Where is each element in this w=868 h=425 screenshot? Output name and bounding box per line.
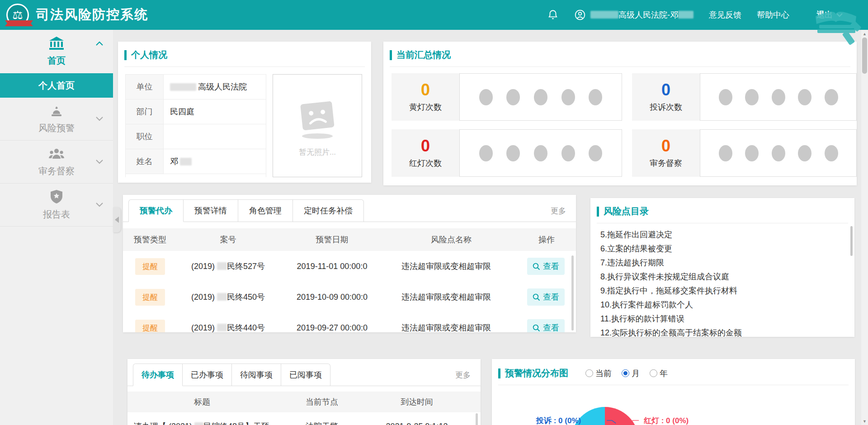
column-header: 到达时间 <box>367 397 467 407</box>
stat-yellow-light: 0 黄灯次数 <box>392 73 622 121</box>
page-scrollbar[interactable]: ▲ ▼ <box>861 30 868 425</box>
sidebar-item-label: 审务督察 <box>38 165 75 177</box>
profile-table: 单位 高级人民法院 部门 民四庭 职位 姓名 邓 <box>125 74 266 177</box>
photo-placeholder: 暂无照片... <box>273 74 362 177</box>
table-row: 请办理【 (2021) 民辖终48号】干预 法院干警 2021-9-25 9:1… <box>127 412 481 425</box>
tab-role-management[interactable]: 角色管理 <box>238 199 293 222</box>
user-icon <box>574 9 586 21</box>
shield-star-icon <box>50 189 63 204</box>
table-row: 提醒 (2019) 民终440号 2019-09-27 00:00:0 违法超审… <box>123 312 576 332</box>
sidebar-item-trial-supervision[interactable]: 审务督察 <box>0 141 113 184</box>
tab-todo[interactable]: 待办事项 <box>133 364 183 386</box>
home-bank-icon <box>49 37 64 50</box>
redacted-text <box>170 83 196 91</box>
help-center-link[interactable]: 帮助中心 <box>757 9 789 20</box>
table-scrollbar[interactable] <box>571 255 574 331</box>
sidebar-item-personal-home[interactable]: 个人首页 <box>0 73 113 98</box>
risk-name: 违法超审限或变相超审限 <box>385 292 517 302</box>
field-label: 职位 <box>126 124 164 149</box>
field-label: 姓名 <box>126 149 164 174</box>
radio-current[interactable]: 当前 <box>585 368 612 379</box>
tab-scheduled-task[interactable]: 定时任务补偿 <box>293 199 364 222</box>
feedback-link[interactable]: 意见反馈 <box>709 9 741 20</box>
risk-catalog-list: 5.拖延作出回避决定 6.立案的结果被变更 7.违法超执行期限 8.执行异议案件… <box>590 223 854 337</box>
scrollbar-thumb[interactable] <box>862 38 867 74</box>
list-item[interactable]: 9.指定执行中，拖延移交案件执行材料 <box>600 284 845 298</box>
indicator-dots <box>700 129 857 177</box>
search-icon <box>533 293 540 301</box>
todo-more-link[interactable]: 更多 <box>455 370 471 380</box>
stat-label: 红灯次数 <box>409 158 442 169</box>
main-content: 个人情况 单位 高级人民法院 部门 民四庭 职位 姓名 邓 <box>113 30 868 425</box>
sidebar: 首页 个人首页 风险预警 审务督察 报告表 <box>0 30 113 425</box>
list-item[interactable]: 10.执行案件超标罚款个人 <box>600 298 845 312</box>
alert-type-badge: 提醒 <box>135 289 165 306</box>
people-group-icon <box>48 147 65 161</box>
pie-leader-line <box>606 419 618 424</box>
search-icon <box>533 324 540 332</box>
chevron-down-icon <box>96 117 103 121</box>
tab-to-read[interactable]: 待阅事项 <box>232 364 281 386</box>
sidebar-collapse-handle[interactable] <box>113 207 121 232</box>
tab-alert-detail[interactable]: 预警详情 <box>184 199 238 222</box>
list-item[interactable]: 12.实际执行标的全额高于结案标的金额 <box>600 326 845 337</box>
todo-card: 待办事项 已办事项 待阅事项 已阅事项 更多 标题 当前节点 到达时间 请办理【… <box>127 359 481 425</box>
view-button[interactable]: 查看 <box>527 258 565 275</box>
profile-title: 个人情况 <box>131 49 167 61</box>
stat-complaints: 0 投诉次数 <box>632 73 857 121</box>
department-value: 民四庭 <box>170 106 194 117</box>
tab-alert-todo[interactable]: 预警代办 <box>128 199 184 222</box>
table-scrollbar[interactable] <box>476 413 478 425</box>
radio-year[interactable]: 年 <box>650 368 668 379</box>
bell-icon[interactable] <box>547 9 559 21</box>
list-scrollbar[interactable] <box>850 226 853 256</box>
stat-value: 0 <box>421 138 430 154</box>
list-item[interactable]: 5.拖延作出回避决定 <box>600 228 845 242</box>
column-header: 预警日期 <box>279 234 385 245</box>
risk-catalog-title: 风险点目录 <box>604 205 649 217</box>
tab-done[interactable]: 已办事项 <box>183 364 232 386</box>
chevron-down-icon <box>96 160 103 164</box>
pie-label-red-light: 红灯 : 0 (0%) <box>644 416 689 425</box>
alert-date: 2019-09-27 00:00:0 <box>279 323 385 333</box>
field-label: 部门 <box>126 99 164 124</box>
todo-table-header: 标题 当前节点 到达时间 <box>127 392 481 412</box>
sidebar-item-report[interactable]: 报告表 <box>0 184 113 227</box>
radio-month[interactable]: 月 <box>622 368 640 379</box>
distribution-title: 预警情况分布图 <box>505 367 568 379</box>
logo: ⚖ 司法风险防控系统 <box>6 4 148 26</box>
column-header: 标题 <box>127 397 277 407</box>
scroll-up-arrow-icon[interactable]: ▲ <box>861 30 868 37</box>
tab-read[interactable]: 已阅事项 <box>281 364 330 386</box>
logout-button[interactable]: 退出 <box>805 9 854 20</box>
scroll-down-arrow-icon[interactable]: ▼ <box>861 418 868 425</box>
column-header: 风险点名称 <box>385 234 517 245</box>
sidebar-item-risk-warning[interactable]: 风险预警 <box>0 98 113 141</box>
view-button[interactable]: 查看 <box>527 288 565 306</box>
radio-icon <box>585 369 593 377</box>
alerts-card: 预警代办 预警详情 角色管理 定时任务补偿 更多 预警类型 案号 预警日期 风险… <box>123 195 576 332</box>
alerts-more-link[interactable]: 更多 <box>551 206 566 216</box>
list-item[interactable]: 8.执行异议案件未按规定组成合议庭 <box>600 270 845 284</box>
redacted-text <box>217 324 227 331</box>
profile-card: 个人情况 单位 高级人民法院 部门 民四庭 职位 姓名 邓 <box>118 42 371 183</box>
column-header: 操作 <box>517 234 576 245</box>
app-header: ⚖ 司法风险防控系统 高级人民法院-邓 意见反馈 帮助中心 <box>0 0 868 30</box>
sidebar-item-home[interactable]: 首页 <box>0 30 113 73</box>
list-item[interactable]: 6.立案的结果被变更 <box>600 242 845 256</box>
column-header: 预警类型 <box>123 234 177 245</box>
list-item[interactable]: 7.违法超执行期限 <box>600 256 845 270</box>
list-item[interactable]: 11.执行标的款计算错误 <box>600 312 845 326</box>
view-button[interactable]: 查看 <box>527 319 565 332</box>
table-row: 提醒 (2019) 民终527号 2019-11-01 00:00:0 违法超审… <box>123 251 576 282</box>
field-label: 单位 <box>126 75 164 99</box>
indicator-dots <box>700 73 857 121</box>
todo-time: 2021-9-25 9:1:13 <box>367 422 467 425</box>
column-header: 案号 <box>177 234 279 245</box>
app-title: 司法风险防控系统 <box>36 6 148 24</box>
stat-value: 0 <box>421 82 430 98</box>
redacted-text <box>217 262 227 270</box>
user-account[interactable]: 高级人民法院-邓 <box>574 9 693 21</box>
unit-value: 高级人民法院 <box>198 81 247 92</box>
pie-leader-line <box>627 419 639 424</box>
